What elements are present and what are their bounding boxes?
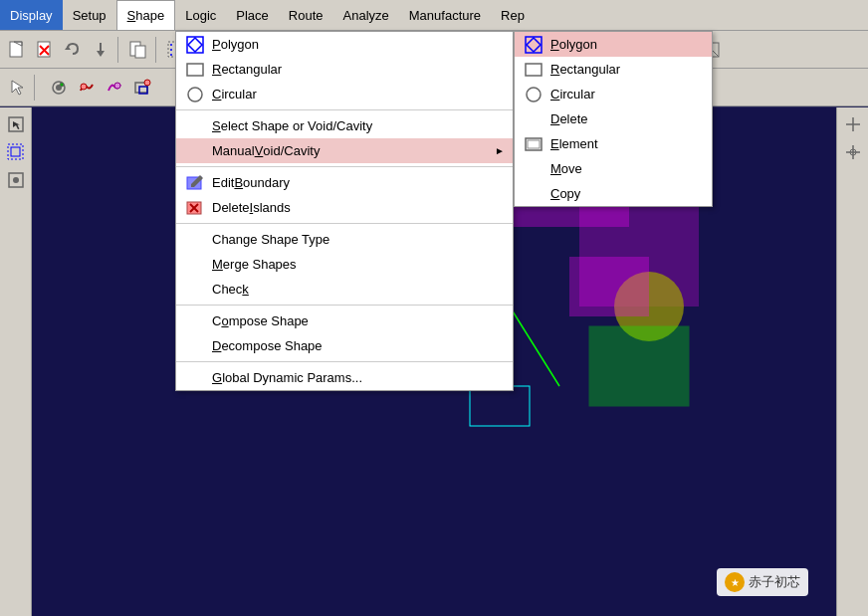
- rectangular-icon: [184, 59, 206, 81]
- svg-rect-11: [135, 46, 145, 58]
- svg-point-61: [13, 177, 19, 183]
- menu-rep[interactable]: Rep: [491, 0, 535, 30]
- svg-rect-0: [10, 42, 22, 57]
- submenu-item-copy[interactable]: Copy: [515, 181, 712, 206]
- menu-item-merge-shapes[interactable]: Merge Shapes: [176, 252, 513, 277]
- svg-point-13: [170, 44, 172, 46]
- svg-marker-9: [97, 51, 105, 57]
- menu-item-circular[interactable]: Circular: [176, 82, 513, 106]
- menu-shape[interactable]: Shape: [116, 0, 176, 30]
- submenu-item-move[interactable]: Move: [515, 156, 712, 181]
- menu-item-compose-shape[interactable]: Compose Shape: [176, 308, 513, 333]
- menu-item-select-shape[interactable]: Select Shape or Void/Cavity: [176, 113, 513, 138]
- right-btn1[interactable]: [840, 111, 866, 137]
- svg-rect-59: [11, 147, 20, 156]
- sep1: [117, 37, 121, 63]
- svg-rect-58: [8, 144, 23, 159]
- menu-item-delete-islands[interactable]: Delete Islands: [176, 195, 513, 220]
- sep-e: [176, 361, 513, 362]
- sep-d: [176, 305, 513, 306]
- new-button[interactable]: [4, 37, 30, 63]
- submenu-item-rectangular[interactable]: Rectangular: [515, 57, 712, 82]
- delete-islands-icon: [184, 197, 206, 219]
- down-button[interactable]: [88, 37, 113, 63]
- delete-button[interactable]: [32, 37, 58, 63]
- menu-route[interactable]: Route: [279, 0, 333, 30]
- tb2-btn2[interactable]: [74, 75, 100, 101]
- menu-item-change-shape-type[interactable]: Change Shape Type: [176, 227, 513, 252]
- svg-point-70: [188, 88, 202, 102]
- left-btn-component[interactable]: [3, 167, 29, 193]
- menu-item-check[interactable]: Check: [176, 277, 513, 302]
- svg-rect-76: [526, 37, 542, 53]
- undo-button[interactable]: [60, 37, 86, 63]
- shape-menu: Polygon Rectangular Circular Select Shap…: [175, 31, 514, 391]
- menu-item-edit-boundary[interactable]: Edit Boundary: [176, 170, 513, 195]
- right-toolbar: [836, 107, 868, 616]
- sub-circular-icon: [523, 84, 544, 105]
- submenu-item-polygon[interactable]: Polygon: [515, 32, 712, 57]
- doc2-button[interactable]: [125, 37, 151, 63]
- submenu-arrow: ►: [495, 145, 505, 156]
- svg-rect-81: [528, 140, 540, 148]
- left-btn-select[interactable]: [3, 111, 29, 137]
- tb2-btn3[interactable]: [102, 75, 127, 101]
- left-toolbar: [0, 107, 32, 616]
- sub-polygon-icon: [523, 34, 544, 56]
- submenu-item-delete[interactable]: Delete: [515, 106, 712, 131]
- sep-a: [176, 109, 513, 110]
- menu-analyze[interactable]: Analyze: [333, 0, 399, 30]
- svg-rect-53: [569, 257, 649, 316]
- polygon-icon: [184, 34, 206, 56]
- sub-element-icon: [523, 133, 544, 155]
- menu-item-manual-void[interactable]: Manual Void/Cavity ►: [176, 138, 513, 163]
- menubar: Display Setup Shape Logic Place Route An…: [0, 0, 868, 31]
- menu-item-global-dynamic[interactable]: Global Dynamic Params...: [176, 365, 513, 390]
- menu-item-polygon[interactable]: Polygon: [176, 32, 513, 57]
- tb2-select[interactable]: [4, 75, 30, 101]
- sep4: [34, 75, 38, 101]
- svg-rect-78: [526, 64, 542, 76]
- svg-point-16: [170, 49, 172, 51]
- svg-marker-7: [65, 46, 71, 50]
- svg-rect-69: [187, 64, 203, 76]
- svg-point-19: [170, 54, 172, 56]
- circular-icon: [184, 84, 206, 105]
- svg-point-36: [60, 83, 64, 87]
- submenu-item-element[interactable]: Element: [515, 131, 712, 156]
- sep2: [155, 37, 159, 63]
- menu-item-rectangular[interactable]: Rectangular: [176, 57, 513, 82]
- svg-point-37: [81, 84, 87, 90]
- svg-marker-77: [527, 38, 541, 52]
- menu-setup[interactable]: Setup: [63, 0, 116, 30]
- svg-rect-54: [589, 326, 689, 406]
- sep-b: [176, 166, 513, 167]
- menu-place[interactable]: Place: [226, 0, 279, 30]
- left-btn-grid[interactable]: [3, 139, 29, 165]
- svg-point-79: [527, 88, 541, 102]
- tb2-btn4[interactable]: [129, 75, 155, 101]
- menu-display[interactable]: Display: [0, 0, 63, 30]
- edit-boundary-icon: [184, 172, 206, 194]
- menu-logic[interactable]: Logic: [175, 0, 226, 30]
- watermark-text: 赤子初芯: [749, 573, 800, 591]
- watermark-icon: ★: [725, 572, 745, 592]
- menu-manufacture[interactable]: Manufacture: [399, 0, 491, 30]
- sep-c: [176, 223, 513, 224]
- svg-point-38: [114, 83, 120, 89]
- sub-rectangular-icon: [523, 59, 544, 81]
- menu-item-decompose-shape[interactable]: Decompose Shape: [176, 333, 513, 358]
- tb2-btn1[interactable]: [46, 75, 72, 101]
- svg-point-41: [144, 80, 150, 86]
- submenu-void-cavity: Polygon Rectangular Circular Delete Elem: [514, 31, 713, 207]
- watermark: ★ 赤子初芯: [717, 568, 808, 596]
- submenu-item-circular[interactable]: Circular: [515, 82, 712, 106]
- svg-rect-67: [187, 37, 203, 53]
- right-btn2[interactable]: [840, 139, 866, 165]
- svg-marker-68: [188, 38, 202, 52]
